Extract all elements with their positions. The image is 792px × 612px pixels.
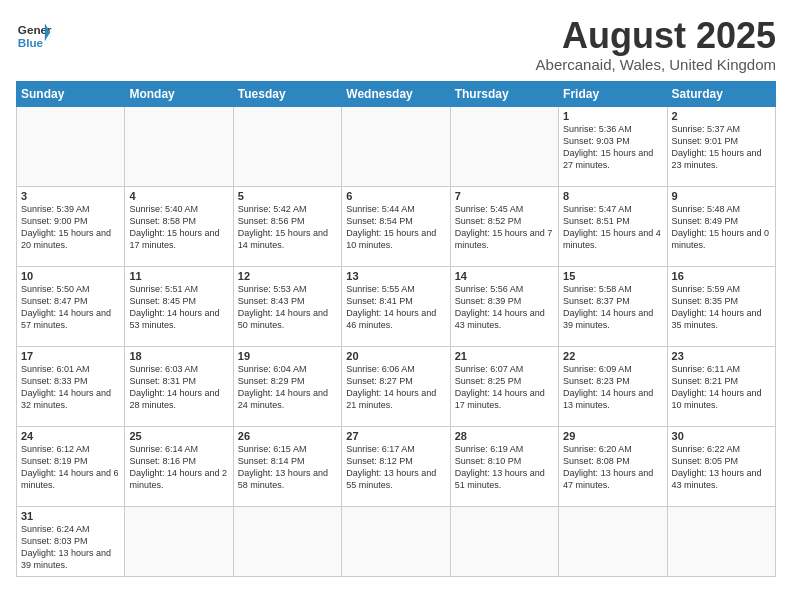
logo: General Blue: [16, 16, 52, 52]
calendar-cell: [233, 106, 341, 186]
day-number: 3: [21, 190, 120, 202]
cell-content: Sunrise: 5:56 AM Sunset: 8:39 PM Dayligh…: [455, 283, 554, 332]
cell-content: Sunrise: 6:14 AM Sunset: 8:16 PM Dayligh…: [129, 443, 228, 492]
calendar-cell: 31Sunrise: 6:24 AM Sunset: 8:03 PM Dayli…: [17, 506, 125, 576]
calendar-cell: 13Sunrise: 5:55 AM Sunset: 8:41 PM Dayli…: [342, 266, 450, 346]
cell-content: Sunrise: 6:01 AM Sunset: 8:33 PM Dayligh…: [21, 363, 120, 412]
calendar-subtitle: Abercanaid, Wales, United Kingdom: [536, 56, 776, 73]
cell-content: Sunrise: 5:36 AM Sunset: 9:03 PM Dayligh…: [563, 123, 662, 172]
calendar-cell: 26Sunrise: 6:15 AM Sunset: 8:14 PM Dayli…: [233, 426, 341, 506]
day-number: 6: [346, 190, 445, 202]
calendar-cell: 20Sunrise: 6:06 AM Sunset: 8:27 PM Dayli…: [342, 346, 450, 426]
calendar-cell: 5Sunrise: 5:42 AM Sunset: 8:56 PM Daylig…: [233, 186, 341, 266]
cell-content: Sunrise: 6:15 AM Sunset: 8:14 PM Dayligh…: [238, 443, 337, 492]
calendar-cell: [125, 506, 233, 576]
cell-content: Sunrise: 6:06 AM Sunset: 8:27 PM Dayligh…: [346, 363, 445, 412]
day-number: 19: [238, 350, 337, 362]
calendar-cell: 7Sunrise: 5:45 AM Sunset: 8:52 PM Daylig…: [450, 186, 558, 266]
cell-content: Sunrise: 5:55 AM Sunset: 8:41 PM Dayligh…: [346, 283, 445, 332]
calendar-cell: [17, 106, 125, 186]
calendar-cell: 4Sunrise: 5:40 AM Sunset: 8:58 PM Daylig…: [125, 186, 233, 266]
col-friday: Friday: [559, 81, 667, 106]
day-number: 22: [563, 350, 662, 362]
col-wednesday: Wednesday: [342, 81, 450, 106]
calendar-week-4: 24Sunrise: 6:12 AM Sunset: 8:19 PM Dayli…: [17, 426, 776, 506]
calendar-week-0: 1Sunrise: 5:36 AM Sunset: 9:03 PM Daylig…: [17, 106, 776, 186]
day-number: 2: [672, 110, 771, 122]
col-sunday: Sunday: [17, 81, 125, 106]
calendar-cell: 9Sunrise: 5:48 AM Sunset: 8:49 PM Daylig…: [667, 186, 775, 266]
calendar-cell: 24Sunrise: 6:12 AM Sunset: 8:19 PM Dayli…: [17, 426, 125, 506]
day-number: 30: [672, 430, 771, 442]
calendar-cell: [125, 106, 233, 186]
day-number: 20: [346, 350, 445, 362]
day-number: 31: [21, 510, 120, 522]
day-number: 24: [21, 430, 120, 442]
day-number: 25: [129, 430, 228, 442]
day-number: 9: [672, 190, 771, 202]
calendar-cell: 15Sunrise: 5:58 AM Sunset: 8:37 PM Dayli…: [559, 266, 667, 346]
cell-content: Sunrise: 5:44 AM Sunset: 8:54 PM Dayligh…: [346, 203, 445, 252]
cell-content: Sunrise: 6:07 AM Sunset: 8:25 PM Dayligh…: [455, 363, 554, 412]
day-number: 8: [563, 190, 662, 202]
calendar-cell: 30Sunrise: 6:22 AM Sunset: 8:05 PM Dayli…: [667, 426, 775, 506]
calendar-cell: 8Sunrise: 5:47 AM Sunset: 8:51 PM Daylig…: [559, 186, 667, 266]
calendar-cell: 3Sunrise: 5:39 AM Sunset: 9:00 PM Daylig…: [17, 186, 125, 266]
calendar-cell: 14Sunrise: 5:56 AM Sunset: 8:39 PM Dayli…: [450, 266, 558, 346]
calendar-cell: 18Sunrise: 6:03 AM Sunset: 8:31 PM Dayli…: [125, 346, 233, 426]
calendar-cell: 17Sunrise: 6:01 AM Sunset: 8:33 PM Dayli…: [17, 346, 125, 426]
calendar-cell: 29Sunrise: 6:20 AM Sunset: 8:08 PM Dayli…: [559, 426, 667, 506]
day-number: 11: [129, 270, 228, 282]
logo-icon: General Blue: [16, 16, 52, 52]
day-number: 16: [672, 270, 771, 282]
day-number: 5: [238, 190, 337, 202]
calendar-cell: 19Sunrise: 6:04 AM Sunset: 8:29 PM Dayli…: [233, 346, 341, 426]
calendar-cell: 23Sunrise: 6:11 AM Sunset: 8:21 PM Dayli…: [667, 346, 775, 426]
cell-content: Sunrise: 5:37 AM Sunset: 9:01 PM Dayligh…: [672, 123, 771, 172]
page-header: General Blue August 2025 Abercanaid, Wal…: [16, 16, 776, 73]
calendar-cell: 10Sunrise: 5:50 AM Sunset: 8:47 PM Dayli…: [17, 266, 125, 346]
col-monday: Monday: [125, 81, 233, 106]
day-number: 26: [238, 430, 337, 442]
title-area: August 2025 Abercanaid, Wales, United Ki…: [536, 16, 776, 73]
day-number: 10: [21, 270, 120, 282]
calendar-cell: [342, 506, 450, 576]
calendar-cell: 21Sunrise: 6:07 AM Sunset: 8:25 PM Dayli…: [450, 346, 558, 426]
cell-content: Sunrise: 5:40 AM Sunset: 8:58 PM Dayligh…: [129, 203, 228, 252]
day-number: 28: [455, 430, 554, 442]
calendar-cell: 2Sunrise: 5:37 AM Sunset: 9:01 PM Daylig…: [667, 106, 775, 186]
day-number: 18: [129, 350, 228, 362]
cell-content: Sunrise: 6:11 AM Sunset: 8:21 PM Dayligh…: [672, 363, 771, 412]
calendar-week-1: 3Sunrise: 5:39 AM Sunset: 9:00 PM Daylig…: [17, 186, 776, 266]
calendar-cell: 28Sunrise: 6:19 AM Sunset: 8:10 PM Dayli…: [450, 426, 558, 506]
cell-content: Sunrise: 5:42 AM Sunset: 8:56 PM Dayligh…: [238, 203, 337, 252]
day-number: 17: [21, 350, 120, 362]
calendar-cell: 22Sunrise: 6:09 AM Sunset: 8:23 PM Dayli…: [559, 346, 667, 426]
calendar-cell: 27Sunrise: 6:17 AM Sunset: 8:12 PM Dayli…: [342, 426, 450, 506]
calendar-week-5: 31Sunrise: 6:24 AM Sunset: 8:03 PM Dayli…: [17, 506, 776, 576]
day-number: 15: [563, 270, 662, 282]
cell-content: Sunrise: 5:59 AM Sunset: 8:35 PM Dayligh…: [672, 283, 771, 332]
day-number: 21: [455, 350, 554, 362]
calendar-title: August 2025: [536, 16, 776, 56]
calendar-cell: [450, 506, 558, 576]
day-number: 13: [346, 270, 445, 282]
calendar-cell: [667, 506, 775, 576]
cell-content: Sunrise: 5:45 AM Sunset: 8:52 PM Dayligh…: [455, 203, 554, 252]
cell-content: Sunrise: 6:09 AM Sunset: 8:23 PM Dayligh…: [563, 363, 662, 412]
cell-content: Sunrise: 5:47 AM Sunset: 8:51 PM Dayligh…: [563, 203, 662, 252]
cell-content: Sunrise: 6:19 AM Sunset: 8:10 PM Dayligh…: [455, 443, 554, 492]
calendar-cell: 11Sunrise: 5:51 AM Sunset: 8:45 PM Dayli…: [125, 266, 233, 346]
calendar-cell: 1Sunrise: 5:36 AM Sunset: 9:03 PM Daylig…: [559, 106, 667, 186]
calendar-cell: 25Sunrise: 6:14 AM Sunset: 8:16 PM Dayli…: [125, 426, 233, 506]
cell-content: Sunrise: 5:39 AM Sunset: 9:00 PM Dayligh…: [21, 203, 120, 252]
cell-content: Sunrise: 6:12 AM Sunset: 8:19 PM Dayligh…: [21, 443, 120, 492]
calendar-cell: [233, 506, 341, 576]
day-number: 14: [455, 270, 554, 282]
cell-content: Sunrise: 6:04 AM Sunset: 8:29 PM Dayligh…: [238, 363, 337, 412]
calendar-week-2: 10Sunrise: 5:50 AM Sunset: 8:47 PM Dayli…: [17, 266, 776, 346]
cell-content: Sunrise: 6:03 AM Sunset: 8:31 PM Dayligh…: [129, 363, 228, 412]
col-thursday: Thursday: [450, 81, 558, 106]
calendar-week-3: 17Sunrise: 6:01 AM Sunset: 8:33 PM Dayli…: [17, 346, 776, 426]
col-saturday: Saturday: [667, 81, 775, 106]
